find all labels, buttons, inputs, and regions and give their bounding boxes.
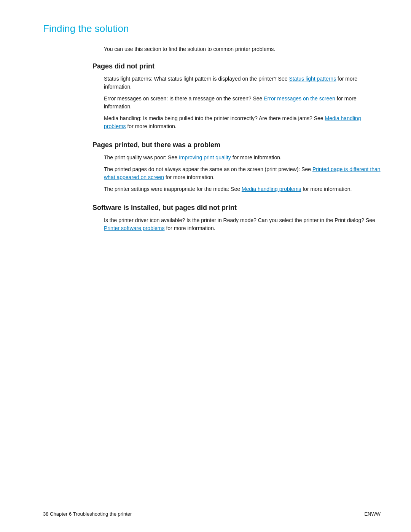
printer-driver-link[interactable]: Printer software problems: [104, 225, 165, 231]
error-messages-item: Error messages on screen: Is there a mes…: [104, 95, 381, 111]
section-heading-pages-printed-problem: Pages printed, but there was a problem: [92, 141, 381, 149]
media-handling-prefix: Media handling: Is media being pulled in…: [104, 115, 325, 121]
section-body-software-installed: Is the printer driver icon available? Is…: [104, 216, 381, 232]
printed-pages-suffix: for more information.: [164, 174, 215, 180]
printer-driver-item: Is the printer driver icon available? Is…: [104, 216, 381, 232]
page-title: Finding the solution: [43, 23, 381, 35]
section-pages-printed-problem: Pages printed, but there was a problem T…: [43, 141, 381, 193]
intro-text: You can use this section to find the sol…: [104, 45, 381, 53]
printer-driver-prefix: Is the printer driver icon available? Is…: [104, 217, 375, 223]
print-quality-link[interactable]: Improving print quality: [179, 154, 231, 160]
status-light-item: Status light patterns: What status light…: [104, 75, 381, 91]
section-heading-pages-did-not-print: Pages did not print: [92, 62, 381, 70]
status-light-link[interactable]: Status light patterns: [289, 76, 336, 82]
media-handling-item: Media handling: Is media being pulled in…: [104, 114, 381, 130]
print-quality-suffix: for more information.: [231, 154, 282, 160]
print-quality-item: The print quality was poor: See Improvin…: [104, 154, 381, 162]
page-footer: 38 Chapter 6 Troubleshooting the printer…: [0, 511, 411, 517]
printer-settings-prefix: The printer settings were inappropriate …: [104, 186, 242, 192]
printer-driver-suffix: for more information.: [165, 225, 215, 231]
printed-pages-item: The printed pages do not always appear t…: [104, 165, 381, 181]
section-body-pages-did-not-print: Status light patterns: What status light…: [104, 75, 381, 130]
section-software-installed: Software is installed, but pages did not…: [43, 204, 381, 232]
section-body-pages-printed-problem: The print quality was poor: See Improvin…: [104, 154, 381, 193]
footer-left: 38 Chapter 6 Troubleshooting the printer: [43, 511, 132, 517]
media-handling-suffix: for more information.: [126, 123, 177, 129]
page-container: Finding the solution You can use this se…: [0, 0, 411, 266]
printer-settings-link[interactable]: Media handling problems: [242, 186, 301, 192]
error-messages-link[interactable]: Error messages on the screen: [264, 95, 335, 102]
printer-settings-item: The printer settings were inappropriate …: [104, 185, 381, 193]
footer-right: ENWW: [364, 511, 381, 517]
section-pages-did-not-print: Pages did not print Status light pattern…: [43, 62, 381, 130]
print-quality-prefix: The print quality was poor: See: [104, 154, 179, 160]
printer-settings-suffix: for more information.: [301, 186, 352, 192]
section-heading-software-installed: Software is installed, but pages did not…: [92, 204, 381, 212]
printed-pages-prefix: The printed pages do not always appear t…: [104, 166, 312, 172]
status-light-prefix: Status light patterns: What status light…: [104, 76, 289, 82]
error-messages-prefix: Error messages on screen: Is there a mes…: [104, 95, 264, 102]
